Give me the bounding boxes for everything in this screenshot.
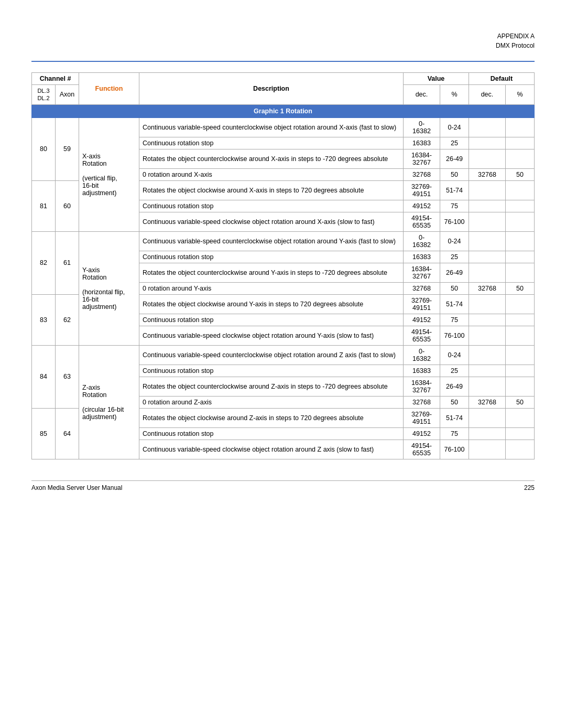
value-dec-cell: 32768 xyxy=(404,282,440,294)
value-header: Value xyxy=(404,73,469,85)
default-dec-cell xyxy=(469,326,506,345)
value-dec-cell: 32768 xyxy=(404,396,440,408)
channel-axon-1: 59 xyxy=(56,117,79,180)
function-cell: Z-axisRotation(circular 16-bitadjustment… xyxy=(79,345,139,459)
description-cell: Rotates the object counterclockwise arou… xyxy=(139,149,404,168)
value-pct-cell: 50 xyxy=(440,282,469,294)
default-dec-cell xyxy=(469,294,506,314)
default-pct-cell xyxy=(506,377,535,396)
value-dec-cell: 32769- 49151 xyxy=(404,180,440,200)
value-dec-cell: 0- 16382 xyxy=(404,345,440,365)
default-dec-cell: 32768 xyxy=(469,396,506,408)
channel-dl3-2: 83 xyxy=(32,294,56,345)
value-pct-cell: 76-100 xyxy=(440,326,469,345)
value-dec-cell: 16384- 32767 xyxy=(404,263,440,282)
default-dec-cell xyxy=(469,149,506,168)
section-header-row: Graphic 1 Rotation xyxy=(32,104,535,117)
value-pct-cell: 25 xyxy=(440,251,469,263)
default-pct-cell xyxy=(506,345,535,365)
value-pct-cell: 51-74 xyxy=(440,408,469,427)
value-dec-cell: 0- 16382 xyxy=(404,231,440,251)
default-dec-cell xyxy=(469,231,506,251)
footer: Axon Media Server User Manual 225 xyxy=(31,481,535,491)
value-dec-cell: 49154- 65535 xyxy=(404,326,440,345)
description-cell: Continuous rotation stop xyxy=(139,427,404,440)
channel-dl3-2: 81 xyxy=(32,180,56,231)
channel-axon-1: 63 xyxy=(56,345,79,408)
description-cell: Continuous variable-speed clockwise obje… xyxy=(139,326,404,345)
function-cell: X-axisRotation(vertical flip,16-bitadjus… xyxy=(79,117,139,231)
value-dec-cell: 49152 xyxy=(404,200,440,212)
default-pct-cell xyxy=(506,326,535,345)
value-pct-cell: 50 xyxy=(440,396,469,408)
header-right: APPENDIX A DMX Protocol xyxy=(31,31,535,50)
footer-right: 225 xyxy=(524,484,535,491)
description-cell: Continuous variable-speed counterclockwi… xyxy=(139,117,404,137)
default-pct-cell xyxy=(506,365,535,377)
value-dec-cell: 49154- 65535 xyxy=(404,440,440,459)
default-dec-cell xyxy=(469,365,506,377)
default-pct-cell xyxy=(506,408,535,427)
channel-dl3-1: 80 xyxy=(32,117,56,180)
description-cell: Rotates the object counterclockwise arou… xyxy=(139,377,404,396)
description-cell: Rotates the object clockwise around Z-ax… xyxy=(139,408,404,427)
channel-dl3-1: 82 xyxy=(32,231,56,294)
default-pct-cell: 50 xyxy=(506,396,535,408)
table-row: 8463Z-axisRotation(circular 16-bitadjust… xyxy=(32,345,535,365)
value-pct-cell: 75 xyxy=(440,314,469,326)
default-pct-cell xyxy=(506,212,535,231)
default-dec-cell xyxy=(469,137,506,149)
channel-dl3-2: 85 xyxy=(32,408,56,459)
description-cell: 0 rotation around Y-axis xyxy=(139,282,404,294)
value-dec-cell: 32769- 49151 xyxy=(404,408,440,427)
default-dec-cell xyxy=(469,251,506,263)
channel-header: Channel # xyxy=(32,73,79,85)
description-cell: Rotates the object clockwise around Y-ax… xyxy=(139,294,404,314)
default-pct-cell xyxy=(506,231,535,251)
value-pct-cell: 50 xyxy=(440,168,469,180)
value-pct-cell: 26-49 xyxy=(440,263,469,282)
channel-dl3-1: 84 xyxy=(32,345,56,408)
default-dec-cell xyxy=(469,377,506,396)
description-cell: Continuous rotation stop xyxy=(139,137,404,149)
value-pct-cell: 51-74 xyxy=(440,294,469,314)
value-pct-cell: 26-49 xyxy=(440,149,469,168)
value-dec-cell: 0- 16382 xyxy=(404,117,440,137)
table-header-row-1: Channel # Function Description Value Def… xyxy=(32,73,535,85)
default-dec-cell xyxy=(469,180,506,200)
default-pct-cell: 50 xyxy=(506,282,535,294)
description-cell: Rotates the object clockwise around X-ax… xyxy=(139,180,404,200)
value-pct-cell: 76-100 xyxy=(440,440,469,459)
def-dec-header: dec. xyxy=(469,85,506,105)
table-row: 8261Y-axisRotation(horizontal flip,16-bi… xyxy=(32,231,535,251)
value-pct-cell: 75 xyxy=(440,427,469,440)
default-pct-cell xyxy=(506,180,535,200)
default-dec-cell xyxy=(469,408,506,427)
value-pct-cell: 0-24 xyxy=(440,345,469,365)
default-pct-cell xyxy=(506,294,535,314)
function-cell: Y-axisRotation(horizontal flip,16-bitadj… xyxy=(79,231,139,345)
subtitle-label: DMX Protocol xyxy=(31,41,535,50)
dmx-table: Channel # Function Description Value Def… xyxy=(31,72,535,459)
value-dec-cell: 32769- 49151 xyxy=(404,294,440,314)
default-dec-cell: 32768 xyxy=(469,282,506,294)
default-pct-cell xyxy=(506,427,535,440)
default-pct-cell: 50 xyxy=(506,168,535,180)
channel-axon-2: 62 xyxy=(56,294,79,345)
footer-left: Axon Media Server User Manual xyxy=(31,484,122,491)
default-dec-cell xyxy=(469,200,506,212)
value-pct-cell: 76-100 xyxy=(440,212,469,231)
default-header: Default xyxy=(469,73,535,85)
value-dec-cell: 49152 xyxy=(404,314,440,326)
default-dec-cell xyxy=(469,345,506,365)
default-pct-cell xyxy=(506,149,535,168)
channel-axon-2: 60 xyxy=(56,180,79,231)
description-cell: Rotates the object counterclockwise arou… xyxy=(139,263,404,282)
description-cell: Continuous variable-speed clockwise obje… xyxy=(139,440,404,459)
description-cell: Continuous rotation stop xyxy=(139,314,404,326)
value-pct-cell: 26-49 xyxy=(440,377,469,396)
header-divider xyxy=(31,61,535,62)
value-dec-cell: 16383 xyxy=(404,365,440,377)
default-pct-cell xyxy=(506,440,535,459)
description-cell: 0 rotation around X-axis xyxy=(139,168,404,180)
